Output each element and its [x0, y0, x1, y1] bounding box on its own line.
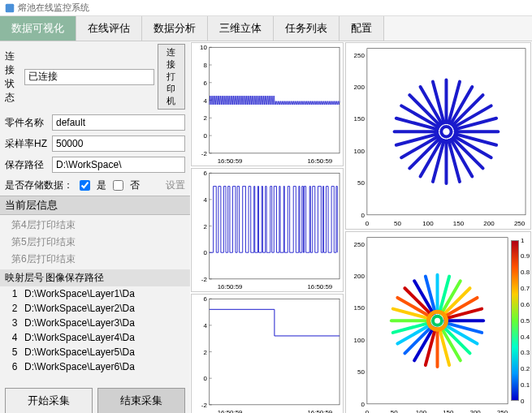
- radial-chart-color: 05010015020025005010015020025000.10.20.3…: [345, 231, 531, 414]
- tab-1[interactable]: 在线评估: [76, 16, 142, 41]
- layer-item: 第6层打印结束: [0, 251, 190, 268]
- svg-text:250: 250: [354, 240, 365, 247]
- svg-text:2: 2: [203, 223, 206, 230]
- svg-text:250: 250: [354, 52, 365, 59]
- tab-0[interactable]: 数据可视化: [0, 16, 76, 41]
- svg-text:50: 50: [357, 368, 365, 376]
- tab-3[interactable]: 三维立体: [208, 16, 274, 41]
- svg-text:2: 2: [203, 114, 206, 122]
- svg-text:-2: -2: [201, 402, 207, 409]
- svg-text:150: 150: [354, 115, 365, 123]
- left-panel: 连接状态 连接打印机 零件名称 采样率HZ 保存路径 是否存储数据： 是 否 设…: [0, 41, 190, 413]
- mapping-header: 映射层号 图像保存路径: [0, 269, 190, 286]
- table-row[interactable]: 3D:\WorkSpace\Layer3\Da: [0, 316, 190, 330]
- signal-chart-2: -2024616:50:5916:50:59: [191, 168, 344, 292]
- svg-text:0: 0: [203, 375, 207, 382]
- radial-chart-mono: 050100150200250050100150200250: [345, 42, 531, 230]
- layer-item: 第4层打印结束: [0, 217, 190, 234]
- svg-text:16:50:59: 16:50:59: [218, 157, 243, 165]
- tab-5[interactable]: 配置: [340, 16, 384, 41]
- tab-2[interactable]: 数据分析: [142, 16, 208, 41]
- yes-label: 是: [97, 179, 106, 192]
- tab-bar: 数据可视化在线评估数据分析三维立体任务列表配置: [0, 16, 532, 41]
- svg-text:100: 100: [354, 336, 365, 343]
- map-col2: 图像保存路径: [45, 271, 104, 285]
- svg-text:-2: -2: [201, 150, 207, 157]
- svg-text:0: 0: [361, 212, 365, 219]
- conn-status-input[interactable]: [24, 69, 154, 85]
- map-col1: 映射层号: [5, 271, 45, 285]
- svg-text:100: 100: [416, 408, 427, 413]
- svg-text:4: 4: [203, 322, 207, 329]
- table-row[interactable]: 6D:\WorkSpace\Layer6\Da: [0, 359, 190, 374]
- sample-rate-label: 采样率HZ: [5, 137, 49, 151]
- window-title: 熔池在线监控系统: [18, 2, 89, 14]
- layer-list: 第4层打印结束第5层打印结束第6层打印结束: [0, 215, 190, 269]
- svg-text:4: 4: [203, 196, 207, 204]
- svg-rect-83: [367, 237, 508, 403]
- svg-text:10: 10: [200, 44, 207, 51]
- current-layer-header: 当前层信息: [0, 196, 190, 215]
- tab-4[interactable]: 任务列表: [274, 16, 340, 41]
- svg-text:0: 0: [203, 132, 207, 140]
- titlebar: 熔池在线监控系统: [0, 0, 532, 16]
- svg-point-82: [441, 127, 451, 136]
- app-icon: [5, 3, 15, 13]
- save-no-checkbox[interactable]: [113, 180, 123, 191]
- save-path-input[interactable]: [52, 157, 185, 173]
- scatter-column: 050100150200250050100150200250 050100150…: [344, 41, 532, 413]
- svg-text:16:50:59: 16:50:59: [307, 283, 332, 290]
- layer-item: 第5层打印结束: [0, 234, 190, 251]
- svg-text:200: 200: [483, 220, 495, 227]
- svg-text:6: 6: [203, 80, 207, 87]
- svg-text:4: 4: [203, 97, 207, 105]
- signal-chart-3: -2024616:50:5916:50:59: [191, 294, 344, 413]
- svg-text:16:50:59: 16:50:59: [307, 157, 332, 165]
- svg-rect-44: [367, 49, 526, 215]
- svg-text:100: 100: [354, 148, 365, 155]
- svg-text:150: 150: [453, 220, 465, 227]
- table-row[interactable]: 2D:\WorkSpace\Layer2\Da: [0, 301, 190, 316]
- svg-text:50: 50: [391, 408, 398, 413]
- svg-text:150: 150: [443, 408, 454, 413]
- table-row[interactable]: 5D:\WorkSpace\Layer5\Da: [0, 345, 190, 359]
- part-name-input[interactable]: [52, 114, 185, 131]
- table-row[interactable]: 4D:\WorkSpace\Layer4\Da: [0, 330, 190, 345]
- svg-text:0: 0: [365, 408, 370, 413]
- svg-text:200: 200: [470, 408, 482, 413]
- save-path-label: 保存路径: [5, 158, 49, 172]
- svg-text:0: 0: [361, 400, 365, 407]
- svg-text:0: 0: [365, 220, 370, 227]
- part-name-label: 零件名称: [5, 116, 49, 130]
- svg-text:6: 6: [203, 170, 207, 177]
- save-yes-checkbox[interactable]: [80, 180, 90, 191]
- svg-text:200: 200: [354, 84, 365, 91]
- signal-strip-column: -2024681016:50:5916:50:59 -2024616:50:59…: [190, 41, 344, 413]
- svg-text:150: 150: [354, 304, 365, 312]
- svg-text:50: 50: [357, 179, 365, 187]
- table-row[interactable]: 1D:\WorkSpace\Layer1\Da: [0, 286, 190, 301]
- svg-text:50: 50: [394, 220, 401, 227]
- svg-rect-0: [6, 3, 15, 12]
- svg-text:16:50:59: 16:50:59: [307, 409, 332, 413]
- svg-text:250: 250: [514, 220, 526, 227]
- svg-rect-18: [210, 173, 340, 279]
- svg-point-81: [436, 122, 456, 142]
- svg-point-121: [433, 316, 442, 325]
- conn-status-label: 连接状态: [5, 49, 21, 105]
- svg-text:-2: -2: [201, 276, 207, 283]
- svg-text:16:50:59: 16:50:59: [218, 409, 243, 413]
- sample-rate-input[interactable]: [52, 136, 185, 152]
- signal-chart-1: -2024681016:50:5916:50:59: [191, 42, 344, 166]
- save-data-label: 是否存储数据：: [5, 179, 73, 192]
- connect-button[interactable]: 连接打印机: [158, 44, 185, 110]
- svg-text:8: 8: [203, 62, 207, 69]
- no-label: 否: [130, 179, 140, 192]
- svg-text:2: 2: [203, 349, 206, 356]
- svg-point-120: [429, 312, 447, 329]
- stop-capture-button[interactable]: 结束采集: [97, 388, 185, 413]
- settings-link[interactable]: 设置: [166, 179, 185, 192]
- svg-text:100: 100: [422, 220, 434, 227]
- start-capture-button[interactable]: 开始采集: [5, 388, 93, 413]
- svg-text:200: 200: [354, 273, 365, 280]
